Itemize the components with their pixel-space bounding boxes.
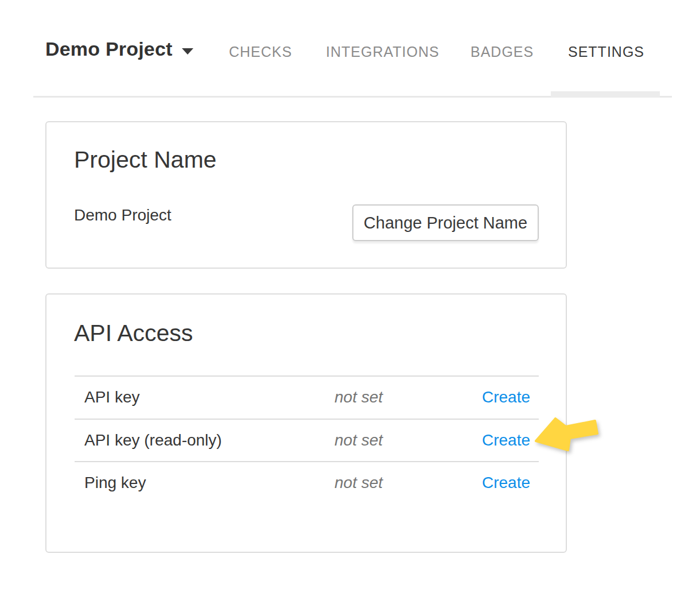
table-row-api-key-read-only: API key (read-only) not set Create <box>75 419 539 462</box>
nav-tabs: CHECKS INTEGRATIONS BADGES SETTINGS <box>0 44 700 61</box>
api-key-status: not set <box>335 388 383 406</box>
api-key-read-only-label: API key (read-only) <box>84 431 335 450</box>
tab-settings[interactable]: SETTINGS <box>568 44 644 59</box>
table-row-api-key: API key not set Create <box>75 375 539 419</box>
api-keys-table: API key not set Create API key (read-onl… <box>75 375 539 504</box>
ping-key-create-link[interactable]: Create <box>482 474 539 492</box>
tab-integrations[interactable]: INTEGRATIONS <box>326 44 440 59</box>
project-name-card-title: Project Name <box>74 146 216 173</box>
active-tab-indicator <box>551 91 660 98</box>
project-name-card: Project Name Demo Project Change Project… <box>45 121 567 269</box>
api-key-read-only-create-link[interactable]: Create <box>482 431 539 450</box>
project-name-value: Demo Project <box>74 206 172 224</box>
api-key-read-only-status: not set <box>335 431 383 450</box>
api-access-card: API Access API key not set Create API ke… <box>45 293 567 553</box>
api-access-card-title: API Access <box>74 320 193 346</box>
tab-badges[interactable]: BADGES <box>470 44 534 59</box>
api-key-label: API key <box>84 388 335 406</box>
ping-key-label: Ping key <box>84 474 335 492</box>
project-settings-page: Demo Project CHECKS INTEGRATIONS BADGES … <box>0 0 700 608</box>
tab-checks[interactable]: CHECKS <box>229 44 292 59</box>
change-project-name-button[interactable]: Change Project Name <box>352 204 539 241</box>
table-row-ping-key: Ping key not set Create <box>75 461 539 504</box>
api-key-create-link[interactable]: Create <box>482 388 539 406</box>
ping-key-status: not set <box>335 474 383 492</box>
